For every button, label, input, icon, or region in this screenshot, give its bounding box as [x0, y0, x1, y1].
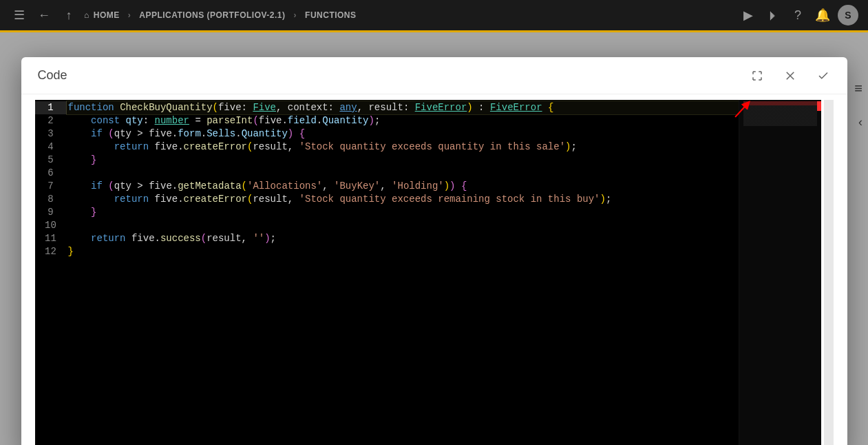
code-line[interactable]: if (qty > five.form.Sells.Quantity) { [67, 127, 821, 141]
help-icon[interactable]: ? [788, 6, 807, 25]
line-number: 11 [35, 232, 67, 245]
line-number: 10 [35, 219, 67, 232]
avatar[interactable]: S [838, 5, 858, 25]
chevron-right-icon: › [290, 10, 301, 20]
minimap-region [743, 101, 817, 126]
chevron-right-icon: › [124, 10, 136, 20]
confirm-icon[interactable] [816, 68, 831, 83]
minimap-error-marker [817, 101, 821, 111]
code-line[interactable]: } [67, 206, 821, 219]
code-line[interactable]: const qty: number = parseInt(five.field.… [67, 114, 821, 127]
line-number: 4 [35, 141, 67, 154]
line-gutter: 123456789101112 [35, 100, 67, 445]
modal-title: Code [38, 68, 750, 83]
minimap[interactable] [739, 100, 821, 445]
line-number: 12 [35, 245, 67, 258]
code-line[interactable]: if (qty > five.getMetadata('Allocations'… [67, 180, 821, 193]
run-icon[interactable]: ⏵ [763, 6, 783, 25]
line-number: 7 [35, 180, 67, 193]
bell-icon[interactable]: 🔔 [813, 6, 832, 25]
line-number: 3 [35, 127, 67, 141]
crumb-applications[interactable]: APPLICATIONS (PORTFOLIOV-2.1) [139, 10, 285, 20]
code-line[interactable] [67, 167, 821, 180]
code-line[interactable]: return five.createError(result, 'Stock q… [67, 193, 821, 206]
line-number: 2 [35, 114, 67, 127]
code-editor[interactable]: 123456789101112 function CheckBuyQuantit… [35, 100, 821, 445]
scrollbar[interactable] [824, 100, 834, 445]
code-line[interactable]: function CheckBuyQuantity(five: Five, co… [67, 101, 821, 114]
line-number: 5 [35, 154, 67, 167]
app-header: ☰ ← ↑ ⌂ HOME › APPLICATIONS (PORTFOLIOV-… [0, 0, 868, 30]
app-body: ≡ ‹ Total Rows: 6 Code [0, 30, 868, 445]
up-icon[interactable]: ↑ [59, 6, 78, 25]
line-number: 6 [35, 167, 67, 180]
code-line[interactable] [67, 219, 821, 232]
code-line[interactable]: return five.success(result, ''); [67, 232, 821, 245]
crumb-functions[interactable]: FUNCTIONS [305, 10, 357, 20]
code-line[interactable]: } [67, 245, 821, 258]
crumb-home[interactable]: HOME [94, 10, 120, 20]
line-number: 1 [35, 101, 67, 114]
code-line[interactable]: return five.createError(result, 'Stock q… [67, 141, 821, 154]
menu-icon[interactable]: ☰ [10, 6, 29, 25]
modal-backdrop: Code 123456789101112 function Che [0, 32, 868, 445]
code-modal: Code 123456789101112 function Che [21, 57, 847, 445]
home-icon[interactable]: ⌂ [84, 10, 89, 20]
code-line[interactable]: } [67, 154, 821, 167]
editor-container: 123456789101112 function CheckBuyQuantit… [21, 94, 847, 445]
breadcrumb: ⌂ HOME › APPLICATIONS (PORTFOLIOV-2.1) ›… [84, 10, 357, 20]
line-number: 9 [35, 206, 67, 219]
play-icon[interactable]: ▶ [739, 6, 758, 25]
code-lines[interactable]: function CheckBuyQuantity(five: Five, co… [67, 100, 821, 445]
back-icon[interactable]: ← [34, 6, 54, 25]
fullscreen-icon[interactable] [750, 68, 765, 83]
modal-header: Code [21, 57, 847, 94]
close-icon[interactable] [783, 68, 798, 83]
line-number: 8 [35, 193, 67, 206]
